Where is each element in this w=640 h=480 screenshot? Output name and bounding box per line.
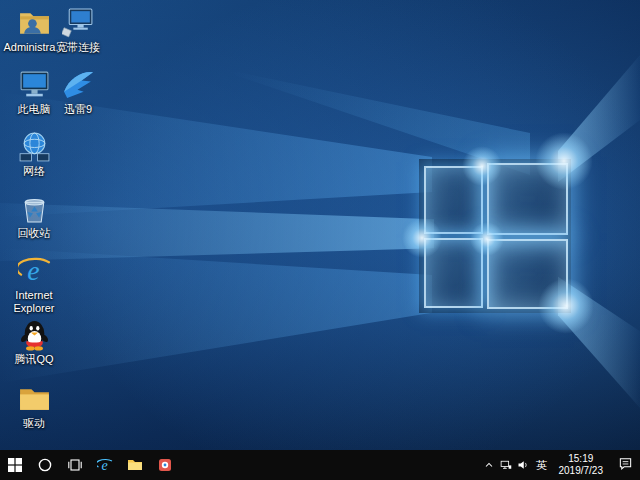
chevron-up-icon <box>483 459 495 471</box>
icon-label: Internet Explorer <box>2 289 66 314</box>
thunder-bird-icon <box>62 68 95 101</box>
system-tray: 英 15:19 2019/7/23 <box>481 450 640 480</box>
ethernet-network-icon <box>500 459 512 471</box>
icon-label: 迅雷9 <box>64 103 92 116</box>
file-explorer-icon <box>127 457 143 473</box>
folder-icon <box>18 382 51 415</box>
internet-explorer-icon: e <box>97 457 113 473</box>
taskbar-pinned-app[interactable] <box>150 450 180 480</box>
icon-label: 回收站 <box>18 227 51 240</box>
network-status-button[interactable] <box>499 450 514 480</box>
icon-label: 宽带连接 <box>56 41 100 54</box>
taskbar: e 英 15:19 2019/7/23 <box>0 450 640 480</box>
taskbar-internet-explorer[interactable]: e <box>90 450 120 480</box>
desktop-icon-broadband-connection[interactable]: 宽带连接 <box>46 6 110 54</box>
task-view-button[interactable] <box>60 450 90 480</box>
icon-label: 腾讯QQ <box>14 353 53 366</box>
recycle-bin-icon <box>18 192 51 225</box>
pinned-app-icon <box>157 457 173 473</box>
light-glow <box>402 218 442 258</box>
icon-label: 网络 <box>23 165 45 178</box>
speaker-icon <box>517 459 529 471</box>
volume-button[interactable] <box>516 450 531 480</box>
network-globe-icon <box>18 130 51 163</box>
cortana-circle-icon <box>37 457 53 473</box>
light-glow <box>462 146 502 186</box>
desktop-icon-tencent-qq[interactable]: 腾讯QQ <box>2 318 66 366</box>
desktop-icon-drivers-folder[interactable]: 驱动 <box>2 382 66 430</box>
light-glow <box>535 132 593 190</box>
taskbar-file-explorer[interactable] <box>120 450 150 480</box>
search-button[interactable] <box>30 450 60 480</box>
action-center-button[interactable] <box>610 456 640 475</box>
hidden-icons-button[interactable] <box>482 450 497 480</box>
desktop-icon-network[interactable]: 网络 <box>2 130 66 178</box>
desktop-icon-thunder9[interactable]: 迅雷9 <box>46 68 110 116</box>
desktop-icon-recycle-bin[interactable]: 回收站 <box>2 192 66 240</box>
action-center-icon <box>618 456 633 475</box>
windows-logo-icon <box>7 457 23 473</box>
light-glow <box>538 278 594 334</box>
desktop-icon-internet-explorer[interactable]: e Internet Explorer <box>2 254 66 314</box>
start-button[interactable] <box>0 450 30 480</box>
task-view-icon <box>67 457 83 473</box>
icon-label: 驱动 <box>23 417 45 430</box>
clock-time: 15:19 <box>559 453 604 466</box>
qq-penguin-icon <box>18 318 51 351</box>
language-indicator[interactable]: 英 <box>532 458 552 473</box>
clock-date: 2019/7/23 <box>559 465 604 478</box>
light-glow <box>470 222 504 256</box>
clock[interactable]: 15:19 2019/7/23 <box>552 453 611 478</box>
broadband-connection-icon <box>62 6 95 39</box>
internet-explorer-icon: e <box>18 254 51 287</box>
